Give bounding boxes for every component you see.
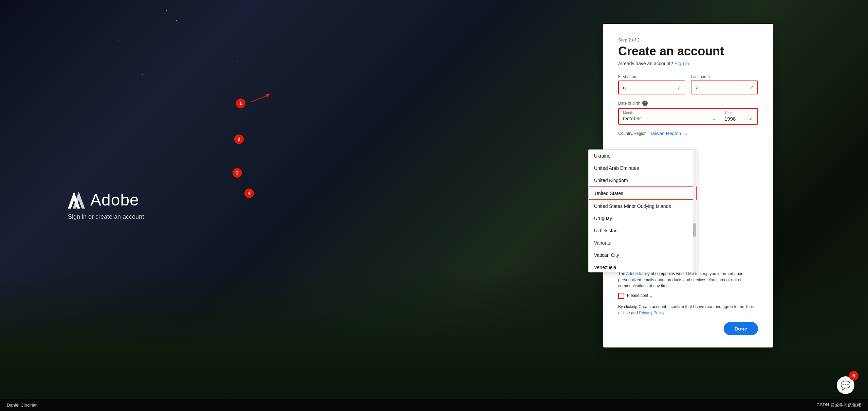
privacy-link[interactable]: Privacy Policy <box>639 310 664 315</box>
dropdown-item-vatican[interactable]: Vatican City <box>589 249 697 261</box>
last-name-group: Last name ✓ <box>691 74 758 94</box>
annotation-3: 3 <box>233 168 242 178</box>
month-value: October <box>623 115 641 121</box>
annotation-1: 1 <box>236 99 245 108</box>
last-name-input[interactable] <box>691 81 757 94</box>
adobe-logo-icon <box>68 192 85 209</box>
adobe-tagline: Sign in or create an account <box>68 213 144 220</box>
dropdown-item-us[interactable]: United States <box>589 186 697 200</box>
country-label-row: Country/Region Taiwan Region ⌄ <box>618 131 758 136</box>
dropdown-item-uzbekistan[interactable]: Uzbekistan <box>589 225 697 237</box>
dob-section: Date of birth i Month October ⌄ Year 199… <box>618 101 758 125</box>
month-select-display: October ⌄ <box>623 115 716 122</box>
dropdown-item-vanuatu[interactable]: Vanuatu <box>589 237 697 249</box>
dob-fields-container: Month October ⌄ Year 1998 ✓ <box>618 108 758 125</box>
annotation-5: 5 <box>849 371 858 380</box>
signin-row: Already have an account? Sign in <box>618 61 758 66</box>
first-name-group: First name ✓ <box>618 74 685 94</box>
dropdown-item-uae[interactable]: United Arab Emirates <box>589 162 697 174</box>
annotation-4: 4 <box>244 189 254 198</box>
year-field[interactable]: Year 1998 ✓ <box>720 109 757 124</box>
scrollbar-track <box>693 150 696 272</box>
month-sub-label: Month <box>623 111 716 115</box>
dropdown-item-usmi[interactable]: United States Minor Outlying Islands <box>589 200 697 212</box>
country-selected-value[interactable]: Taiwan Region <box>650 131 681 136</box>
year-value: 1998 <box>724 116 736 122</box>
month-field[interactable]: Month October ⌄ <box>619 109 720 124</box>
scrollbar-thumb[interactable] <box>693 223 696 237</box>
bottom-author: Daniel Ciocirlan <box>7 403 38 408</box>
modal-card: Step 2 of 2 Create an account Already ha… <box>603 24 773 347</box>
step-label: Step 2 of 2 <box>618 37 758 42</box>
consent-section: The Adobe family of companies would like… <box>618 271 758 299</box>
month-chevron-icon: ⌄ <box>712 116 716 121</box>
name-field-row: First name ✓ Last name ✓ <box>618 74 758 94</box>
year-check-icon: ✓ <box>749 115 753 122</box>
signin-link[interactable]: Sign in <box>675 61 689 66</box>
dob-label: Date of birth <box>618 101 640 106</box>
consent-checkbox[interactable] <box>618 293 624 299</box>
country-section: Country/Region Taiwan Region ⌄ Ukraine U… <box>618 131 758 136</box>
dropdown-item-venezuela[interactable]: Venezuela <box>589 261 697 272</box>
dropdown-item-ukraine[interactable]: Ukraine <box>589 150 697 162</box>
adobe-name: Adobe <box>90 191 139 209</box>
consent-checkbox-row: Please cont… <box>618 292 758 299</box>
first-name-wrapper: ✓ <box>618 81 685 94</box>
by-clicking-text: By clicking Create account, I confirm th… <box>618 304 758 316</box>
chat-icon: 💬 <box>841 380 851 390</box>
consent-text: The Adobe family of companies would like… <box>618 271 758 289</box>
adobe-branding: Adobe Sign in or create an account <box>68 191 144 220</box>
dob-info-icon[interactable]: i <box>642 101 648 106</box>
annotation-2: 2 <box>234 135 244 144</box>
dropdown-scroll-area[interactable]: Ukraine United Arab Emirates United King… <box>589 150 697 272</box>
first-name-check-icon: ✓ <box>677 84 681 91</box>
year-sub-label: Year <box>724 111 753 115</box>
country-dropdown: Ukraine United Arab Emirates United King… <box>588 149 697 272</box>
last-name-check-icon: ✓ <box>750 84 754 91</box>
signin-text: Already have an account? <box>618 61 673 66</box>
last-name-wrapper: ✓ <box>691 81 758 94</box>
checkbox-label: Please cont… <box>627 292 652 299</box>
first-name-input[interactable] <box>619 81 685 94</box>
done-button[interactable]: Done <box>724 322 758 335</box>
first-name-label: First name <box>618 74 685 79</box>
bottom-bar: Daniel Ciocirlan CSDN @爱学习的鱼佬 <box>0 399 868 411</box>
country-label: Country/Region <box>618 131 646 136</box>
country-chevron-icon: ⌄ <box>684 131 688 136</box>
last-name-label: Last name <box>691 74 758 79</box>
year-display: 1998 ✓ <box>724 115 753 122</box>
bottom-csdn: CSDN @爱学习的鱼佬 <box>816 402 861 408</box>
dropdown-item-uk[interactable]: United Kingdom <box>589 174 697 186</box>
page-title: Create an account <box>618 44 758 58</box>
dropdown-item-uruguay[interactable]: Uruguay <box>589 212 697 225</box>
